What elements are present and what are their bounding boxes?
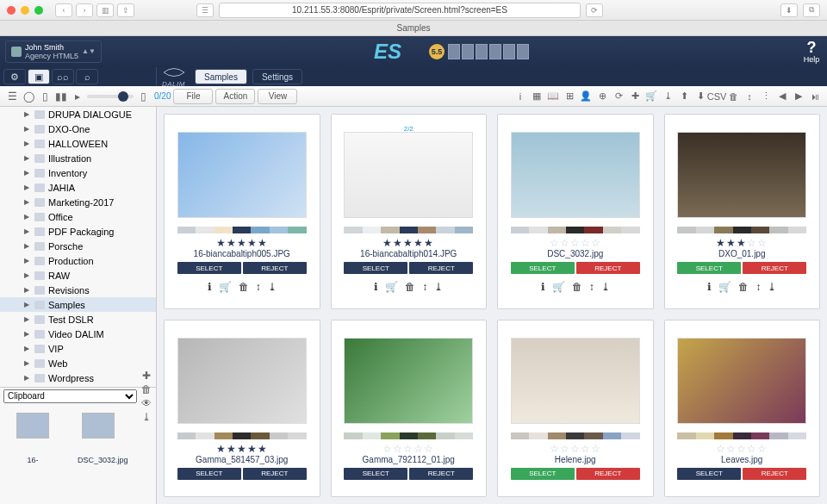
tree-item[interactable]: ▶Video DALIM: [0, 327, 156, 341]
tree-item[interactable]: ▶JAHIA: [0, 180, 156, 195]
tree-item[interactable]: ▶Production: [0, 253, 156, 268]
sort-icon[interactable]: ↕: [422, 281, 427, 295]
tree-item[interactable]: ▶VIP: [0, 341, 156, 356]
page-small-icon[interactable]: ▯: [136, 90, 150, 103]
reject-button[interactable]: REJECT: [576, 262, 640, 274]
action-menu[interactable]: Action: [215, 89, 255, 104]
trash-icon[interactable]: 🗑: [239, 281, 249, 295]
cart-icon[interactable]: 🛒: [219, 281, 232, 295]
circle-icon[interactable]: ◯: [22, 90, 35, 103]
asset-thumbnail[interactable]: [511, 338, 640, 424]
asset-card[interactable]: ☆☆☆☆☆DSC_3032.jpgSELECTREJECTℹ🛒🗑↕⤓: [497, 114, 654, 309]
columns-icon[interactable]: ▮▮: [54, 90, 68, 103]
sort-icon[interactable]: ↕: [256, 281, 261, 295]
reject-button[interactable]: REJECT: [243, 262, 307, 274]
select-button[interactable]: SELECT: [511, 468, 575, 480]
disclosure-icon[interactable]: ▶: [24, 359, 31, 367]
rating-stars[interactable]: ☆☆☆☆☆: [550, 237, 601, 249]
zoom-out-icon[interactable]: ▸: [71, 90, 84, 103]
download-icon[interactable]: ⤓: [768, 281, 776, 295]
disclosure-icon[interactable]: ▶: [24, 345, 31, 352]
disclosure-icon[interactable]: ▶: [24, 257, 31, 264]
clipboard-tool-0[interactable]: ✚: [140, 369, 152, 383]
toolbar-icon-16[interactable]: ◀: [775, 90, 789, 103]
tree-item[interactable]: ▶Revisions: [0, 283, 156, 297]
tab-settings[interactable]: Settings: [252, 69, 302, 84]
tree-item[interactable]: ▶DXO-One: [0, 121, 156, 136]
reject-button[interactable]: REJECT: [409, 468, 473, 480]
disclosure-icon[interactable]: ▶: [24, 242, 31, 250]
select-button[interactable]: SELECT: [177, 262, 241, 274]
tree-item[interactable]: ▶Porsche: [0, 239, 156, 253]
forward-button[interactable]: ›: [76, 3, 93, 17]
tree-item[interactable]: ▶DRUPA DIALOGUE: [0, 107, 156, 121]
disclosure-icon[interactable]: ▶: [24, 301, 31, 308]
toolbar-icon-15[interactable]: ⋮: [759, 90, 773, 103]
disclosure-icon[interactable]: ▶: [24, 227, 31, 235]
toolbar-icon-10[interactable]: ⬆: [677, 90, 691, 103]
disclosure-icon[interactable]: ▶: [24, 140, 31, 147]
disclosure-icon[interactable]: ▶: [24, 213, 31, 221]
tree-item[interactable]: ▶Web: [0, 356, 156, 370]
info-icon[interactable]: ℹ: [374, 281, 378, 295]
rating-stars[interactable]: ★★★☆☆: [716, 237, 768, 249]
trash-icon[interactable]: 🗑: [405, 281, 415, 295]
asset-thumbnail[interactable]: [677, 338, 806, 424]
disclosure-icon[interactable]: ▶: [24, 286, 31, 294]
clipboard-item[interactable]: 16-: [12, 413, 53, 495]
toolbar-icon-9[interactable]: ⤓: [661, 90, 675, 103]
disclosure-icon[interactable]: ▶: [24, 184, 31, 191]
cart-icon[interactable]: 🛒: [385, 281, 398, 295]
asset-thumbnail[interactable]: [177, 338, 307, 424]
toolbar-icon-7[interactable]: ✚: [628, 90, 642, 103]
tree-item[interactable]: ▶Samples: [0, 297, 156, 312]
toolbar-icon-13[interactable]: 🗑: [726, 90, 740, 103]
clipboard-tool-1[interactable]: 🗑: [140, 383, 152, 396]
toolbar-icon-1[interactable]: ▦: [530, 90, 544, 103]
asset-card[interactable]: ★★★★★16-biancabaltiph005.JPGSELECTREJECT…: [164, 114, 320, 309]
tabs-button[interactable]: ⧉: [803, 3, 820, 17]
reject-button[interactable]: REJECT: [409, 262, 473, 274]
select-button[interactable]: SELECT: [677, 262, 741, 274]
minimize-window-icon[interactable]: [21, 6, 29, 15]
asset-card[interactable]: 2/2★★★★★16-biancabaltiph014.JPGSELECTREJ…: [331, 114, 488, 309]
toolbar-icon-4[interactable]: 👤: [579, 90, 593, 103]
download-icon[interactable]: ⤓: [434, 281, 443, 295]
asset-thumbnail[interactable]: [511, 132, 640, 218]
search-icon[interactable]: ⌕: [76, 69, 98, 84]
toolbar-icon-0[interactable]: i: [513, 90, 527, 103]
toolbar-icon-8[interactable]: 🛒: [644, 90, 658, 103]
browser-tab[interactable]: Samples: [0, 21, 827, 36]
tree-item[interactable]: ▶RAW: [0, 268, 156, 283]
view-mode-icon[interactable]: ☰: [5, 90, 19, 103]
rating-stars[interactable]: ★★★★★: [216, 237, 268, 249]
toolbar-icon-14[interactable]: ↕: [743, 90, 756, 103]
downloads-button[interactable]: ⬇: [780, 3, 798, 17]
sort-icon[interactable]: ↕: [589, 281, 594, 295]
tree-item[interactable]: ▶Test DSLR: [0, 312, 156, 327]
back-button[interactable]: ‹: [55, 3, 72, 17]
reload-button[interactable]: ⟳: [586, 3, 603, 17]
view-menu[interactable]: View: [258, 89, 297, 104]
reader-button[interactable]: ☰: [196, 3, 214, 17]
asset-card[interactable]: ★★★★★Gamma_581457_03.jpgSELECTREJECT: [164, 320, 320, 498]
asset-card[interactable]: ☆☆☆☆☆Helene.jpgSELECTREJECT: [497, 320, 654, 498]
trash-icon[interactable]: 🗑: [572, 281, 582, 295]
info-icon[interactable]: ℹ: [208, 281, 212, 295]
disclosure-icon[interactable]: ▶: [24, 125, 31, 133]
thumb-size-slider[interactable]: [87, 95, 134, 98]
reject-button[interactable]: REJECT: [243, 468, 307, 480]
asset-card[interactable]: ☆☆☆☆☆Gamma_792112_01.jpgSELECTREJECT: [331, 320, 488, 498]
tab-samples[interactable]: Samples: [195, 69, 247, 84]
sidebar-toggle-button[interactable]: ▥: [96, 3, 114, 17]
disclosure-icon[interactable]: ▶: [24, 315, 31, 323]
select-button[interactable]: SELECT: [344, 468, 407, 480]
reject-button[interactable]: REJECT: [743, 262, 806, 274]
reject-button[interactable]: REJECT: [743, 468, 806, 480]
toolbar-icon-12[interactable]: CSV: [710, 90, 724, 103]
asset-card[interactable]: ★★★☆☆DXO_01.jpgSELECTREJECTℹ🛒🗑↕⤓: [664, 114, 821, 309]
toolbar-icon-5[interactable]: ⊕: [595, 90, 609, 103]
tree-item[interactable]: ▶Office: [0, 209, 156, 224]
clipboard-item[interactable]: DSC_3032.jpg: [78, 413, 119, 495]
help-button[interactable]: ? Help: [801, 40, 822, 64]
